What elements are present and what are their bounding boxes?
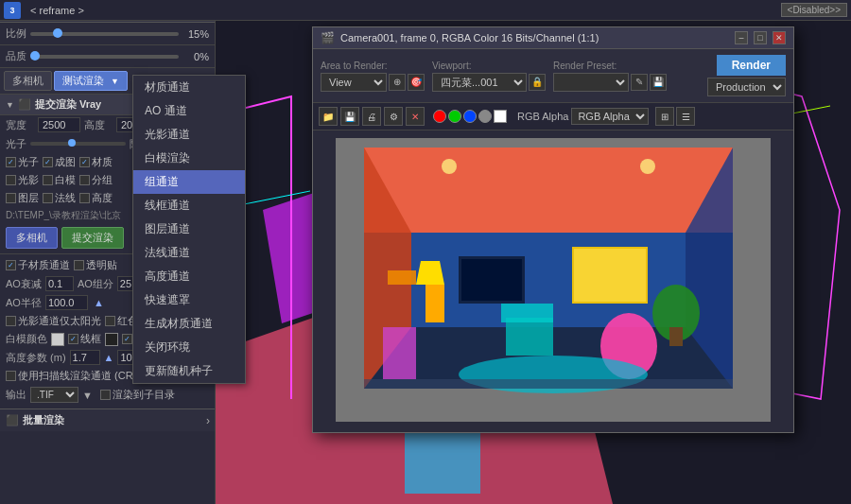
tool-close-icon[interactable]: ✕ — [406, 107, 425, 126]
cb-texture-check[interactable] — [6, 260, 16, 270]
cb-transparent-check[interactable] — [74, 260, 84, 270]
menu-item-topbar-left[interactable]: < reframe > — [25, 3, 90, 18]
production-select[interactable]: Production — [707, 78, 786, 96]
preset-edit-icon[interactable]: ✎ — [631, 74, 648, 91]
img-icon2[interactable]: ☰ — [676, 107, 695, 126]
cb-composite-check[interactable] — [43, 157, 53, 167]
ao-reduce-input[interactable] — [45, 276, 74, 291]
alpha-label: RGB Alpha — [517, 111, 568, 122]
menu-item-gen-material[interactable]: 生成材质通道 — [133, 312, 245, 336]
cb-photon-check[interactable] — [6, 157, 16, 167]
dialog-minimize-btn[interactable]: – — [735, 31, 748, 44]
menu-item-ao[interactable]: AO 通道 — [133, 99, 245, 123]
light-slider[interactable] — [30, 142, 126, 146]
preset-save-icon[interactable]: 💾 — [650, 74, 667, 91]
light-label: 光子 — [6, 137, 26, 151]
tab-multicam[interactable]: 多相机 — [4, 71, 52, 91]
output-row: 输出 .TIF .PNG .JPG ▼ 渲染到子目录 — [0, 385, 215, 405]
cb-photon: 光子 — [6, 155, 39, 169]
tool-print-icon[interactable]: 🖨 — [362, 107, 381, 126]
quality-slider[interactable] — [30, 55, 179, 59]
dialog-titlebar: 🎬 Camera001, frame 0, RGBA Color 16 Bits… — [313, 27, 793, 49]
tool-save-icon[interactable]: 💾 — [340, 107, 359, 126]
tool-settings-icon[interactable]: ⚙ — [384, 107, 403, 126]
ratio-slider[interactable] — [30, 32, 179, 36]
menu-item-random-seed[interactable]: 更新随机种子 — [133, 359, 245, 383]
ao-radius-input[interactable] — [45, 295, 88, 310]
menu-item-group[interactable]: 组通道 — [133, 170, 245, 194]
color-green[interactable] — [448, 110, 461, 123]
cb-white-check[interactable] — [43, 175, 53, 185]
cb-photon-label: 光子 — [18, 155, 39, 169]
menu-item-close-env[interactable]: 关闭环境 — [133, 336, 245, 359]
cb-texture-label: 子材质通道 — [18, 258, 70, 272]
cb-shadow-check[interactable] — [6, 175, 16, 185]
svg-rect-22 — [506, 318, 553, 356]
render-button[interactable]: Render — [717, 55, 786, 76]
viewport-ctrl-group: Viewport: 四元菜...001 🔒 — [432, 61, 546, 92]
menu-item-light[interactable]: 光影通道 — [133, 123, 245, 147]
menu-item-material[interactable]: 材质通道 — [133, 76, 245, 99]
cb-sun-only-check[interactable] — [6, 316, 16, 326]
color-gray[interactable] — [478, 110, 492, 123]
menu-item-line-frame[interactable]: 线框通道 — [133, 194, 245, 217]
cb-line-frame-check[interactable] — [68, 334, 78, 344]
menu-item-quick-mask[interactable]: 快速遮罩 — [133, 288, 245, 312]
area-label: Area to Render: — [321, 61, 425, 71]
multicam-button[interactable]: 多相机 — [6, 227, 58, 249]
cb-group-check[interactable] — [79, 175, 90, 185]
width-label: 宽度 — [6, 118, 34, 132]
white-color-swatch[interactable] — [51, 333, 64, 346]
svg-marker-27 — [416, 261, 444, 285]
preset-ctrl-group: Render Preset: ✎ 💾 — [553, 61, 667, 92]
height-param-input1[interactable] — [70, 350, 100, 365]
svg-rect-19 — [461, 259, 522, 301]
ao-up-icon: ▲ — [94, 297, 104, 308]
dialog-toolbar: 📁 💾 🖨 ⚙ ✕ RGB Alpha RGB Alpha ⊞ ☰ — [313, 103, 793, 130]
cb-group: 分组 — [79, 173, 113, 187]
menu-item-white-model[interactable]: 白模渲染 — [133, 147, 245, 170]
menu-item-layer[interactable]: 图层通道 — [133, 217, 245, 241]
render-canvas — [336, 138, 771, 422]
cb-render-to-dir-check[interactable] — [100, 390, 111, 400]
light-thumb[interactable] — [68, 139, 76, 147]
quality-thumb[interactable] — [30, 51, 40, 61]
img-icon1[interactable]: ⊞ — [655, 107, 674, 126]
dialog-close-btn[interactable]: ✕ — [773, 31, 786, 44]
menu-item-height[interactable]: 高度通道 — [133, 265, 245, 288]
cb-render-to-dir: 渲染到子目录 — [100, 388, 175, 402]
color-blue[interactable] — [463, 110, 477, 123]
area-select[interactable]: View — [321, 73, 387, 92]
cb-height-check[interactable] — [79, 193, 90, 203]
preset-select[interactable] — [553, 73, 629, 92]
area-icon2[interactable]: 🎯 — [408, 74, 425, 91]
tool-folder-icon[interactable]: 📁 — [319, 107, 338, 126]
cb-shadow-label: 光影 — [18, 173, 39, 187]
area-icon1[interactable]: ⊕ — [389, 74, 406, 91]
output-format-select[interactable]: .TIF .PNG .JPG — [30, 387, 78, 403]
menu-item-normal[interactable]: 法线通道 — [133, 241, 245, 265]
alpha-select[interactable]: RGB Alpha — [571, 108, 649, 125]
ratio-thumb[interactable] — [53, 28, 62, 38]
width-input[interactable] — [38, 117, 80, 132]
cb-material-check[interactable] — [79, 157, 90, 167]
img-icons: ⊞ ☰ — [655, 107, 695, 126]
line-color-swatch[interactable] — [105, 333, 118, 346]
color-white[interactable] — [494, 110, 507, 123]
cb-card-edge-check[interactable] — [122, 334, 132, 344]
cb-transparent-label: 透明贴 — [86, 258, 117, 272]
dialog-maximize-btn[interactable]: □ — [754, 31, 767, 44]
cb-line-check[interactable] — [43, 193, 53, 203]
app-topbar: 3 < reframe > <Disabled>> — [0, 0, 851, 21]
output-label: 输出 — [6, 388, 26, 402]
submit-button[interactable]: 提交渲染 — [61, 227, 124, 249]
cb-floor-check[interactable] — [6, 193, 16, 203]
cb-scanline-check[interactable] — [6, 371, 16, 381]
cb-red-shadow-check[interactable] — [105, 316, 115, 326]
color-red[interactable] — [433, 110, 446, 123]
viewport-select[interactable]: 四元菜...001 — [432, 73, 527, 92]
height-param-label: 高度参数 (m) — [6, 351, 66, 365]
disabled-badge: <Disabled>> — [781, 3, 847, 17]
lock-icon[interactable]: 🔒 — [529, 74, 546, 91]
tab-test-render[interactable]: 测试渲染 ▼ — [54, 71, 128, 91]
